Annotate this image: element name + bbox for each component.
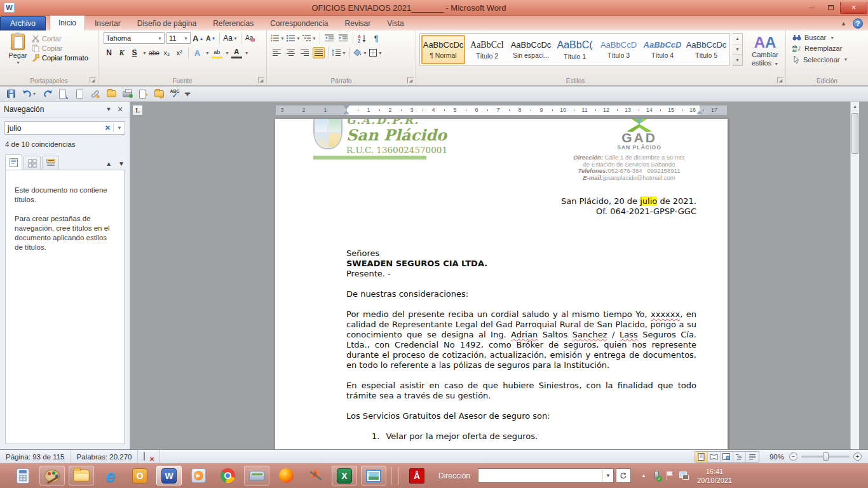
qat-overflow-button[interactable]: ▬▼ xyxy=(185,92,190,97)
restore-button[interactable] xyxy=(822,2,840,14)
shrink-font-button[interactable]: A▼ xyxy=(205,32,216,44)
taskbar-explorer-icon[interactable] xyxy=(69,466,94,485)
save-button[interactable] xyxy=(5,88,17,100)
highlight-color-button[interactable]: ab xyxy=(212,47,222,58)
action-center-flag-icon[interactable] xyxy=(667,471,674,480)
page-indicator[interactable]: Página: 93 de 115 xyxy=(0,450,71,463)
zoom-in-button[interactable]: + xyxy=(853,452,862,461)
change-styles-button[interactable]: AA Cambiar estilos ▼ xyxy=(747,33,783,75)
vertical-scrollbar[interactable]: ▲ xyxy=(850,102,859,449)
shading-button[interactable]: ▼ xyxy=(353,47,367,58)
new-document-button[interactable] xyxy=(74,88,85,100)
underline-button[interactable]: S xyxy=(129,47,140,58)
taskbar-chrome-icon[interactable] xyxy=(215,466,240,485)
grow-font-button[interactable]: A▲ xyxy=(193,32,203,44)
style-sin-espaciado[interactable]: AaBbCcDc Sin espaci... xyxy=(509,35,553,64)
nav-tab-results[interactable] xyxy=(42,156,59,170)
style-titulo4[interactable]: AaBbCcD Título 4 xyxy=(641,35,684,64)
numbering-button[interactable]: ▼ xyxy=(287,32,301,44)
bullets-button[interactable]: ▼ xyxy=(271,32,285,44)
letter-body[interactable]: San Plácido, 20 de julio de 2021. Of. 06… xyxy=(346,196,696,442)
taskbar-word-icon[interactable]: W xyxy=(156,466,182,485)
select-button[interactable]: Seleccionar▼ xyxy=(792,55,865,64)
nav-pane-menu-icon[interactable]: ▼ xyxy=(103,106,114,112)
clear-formatting-button[interactable]: Aa xyxy=(245,32,255,44)
next-result-icon[interactable]: ▼ xyxy=(118,160,125,167)
help-button[interactable]: ? xyxy=(853,18,863,29)
font-color-button[interactable]: A xyxy=(231,47,242,58)
dialog-launcher-icon[interactable]: ◢ xyxy=(90,77,96,83)
zoom-slider[interactable] xyxy=(801,456,850,458)
cut-button[interactable]: Cortar xyxy=(32,35,88,43)
dialog-launcher-icon[interactable]: ◢ xyxy=(777,77,783,83)
minimize-button[interactable]: ─ xyxy=(803,2,822,14)
chevron-down-icon[interactable]: ▼ xyxy=(205,51,210,55)
tab-revisar[interactable]: Revisar xyxy=(337,17,379,30)
close-button[interactable]: × xyxy=(840,2,867,14)
copy-button[interactable]: Copiar xyxy=(32,44,88,52)
tab-inicio[interactable]: Inicio xyxy=(50,15,85,30)
dialog-launcher-icon[interactable]: ◢ xyxy=(258,77,264,83)
undo-button[interactable]: ▼ xyxy=(21,88,37,100)
taskbar-excel-icon[interactable]: X xyxy=(332,466,357,485)
tab-insertar[interactable]: Insertar xyxy=(86,17,129,30)
fullscreen-reading-view-button[interactable] xyxy=(708,452,721,462)
first-line-indent-marker[interactable] xyxy=(343,105,349,109)
gallery-down-icon[interactable]: ▼ xyxy=(733,44,742,55)
taskbar-scanner-icon[interactable] xyxy=(244,466,269,485)
nav-pane-close-icon[interactable]: ✕ xyxy=(114,105,126,114)
justify-button[interactable] xyxy=(313,47,325,58)
find-button[interactable]: Buscar▼ xyxy=(792,34,865,41)
multilevel-list-button[interactable]: ▼ xyxy=(302,32,316,44)
quick-print-button[interactable] xyxy=(121,88,133,100)
tab-stop-selector[interactable]: L xyxy=(132,105,143,116)
taskbar-internet-explorer-icon[interactable]: e xyxy=(98,466,123,485)
taskbar-autocad-icon[interactable]: Å xyxy=(404,466,430,485)
open-button[interactable] xyxy=(105,88,117,100)
tab-diseno[interactable]: Diseño de página xyxy=(129,17,205,30)
attachment-button[interactable] xyxy=(90,88,101,100)
tab-vista[interactable]: Vista xyxy=(379,17,412,30)
tab-archivo[interactable]: Archivo xyxy=(0,16,46,30)
web-layout-view-button[interactable] xyxy=(721,452,733,462)
nav-tab-pages[interactable] xyxy=(24,156,41,170)
gallery-up-icon[interactable]: ▲ xyxy=(733,34,742,44)
text-effects-button[interactable]: A xyxy=(192,47,203,58)
font-size-combo[interactable]: 11▼ xyxy=(166,32,191,44)
redo-button[interactable] xyxy=(42,88,53,100)
taskbar-fire-game-icon[interactable] xyxy=(302,466,328,485)
network-icon[interactable] xyxy=(679,471,689,480)
superscript-button[interactable]: x² xyxy=(174,47,185,58)
style-titulo5[interactable]: AaBbCcDc Título 5 xyxy=(684,35,728,64)
print-layout-view-button[interactable] xyxy=(695,452,708,462)
nav-tab-headings[interactable] xyxy=(5,154,22,170)
zoom-slider-thumb[interactable] xyxy=(823,452,829,461)
style-titulo3[interactable]: AaBbCcD Título 3 xyxy=(597,35,641,64)
address-dropdown-icon[interactable]: ▼ xyxy=(602,468,614,483)
scrollbar-thumb[interactable] xyxy=(851,113,858,154)
strikethrough-button[interactable]: abe xyxy=(149,47,159,58)
right-indent-marker[interactable] xyxy=(696,111,703,114)
outline-view-button[interactable] xyxy=(733,452,746,462)
show-marks-button[interactable]: ¶ xyxy=(370,32,383,44)
subscript-button[interactable]: x₂ xyxy=(161,47,172,58)
collapse-ribbon-icon[interactable]: ▲ xyxy=(841,20,846,27)
style-titulo1[interactable]: AaBbC( Título 1 xyxy=(553,35,597,64)
italic-button[interactable]: K xyxy=(116,47,127,58)
style-titulo2[interactable]: AaBbCcI Título 2 xyxy=(465,35,509,64)
taskbar-media-player-icon[interactable]: ▶ xyxy=(186,466,211,485)
align-right-button[interactable] xyxy=(299,47,311,58)
chevron-down-icon[interactable]: ▼ xyxy=(225,51,229,55)
zoom-out-button[interactable]: − xyxy=(789,452,797,461)
replace-button[interactable]: abac Reemplazar xyxy=(792,44,865,52)
sort-button[interactable]: AZ xyxy=(356,32,369,44)
draft-view-button[interactable] xyxy=(746,452,759,462)
usb-device-icon[interactable]: ✓ xyxy=(652,471,661,481)
nav-search-box[interactable]: julio ✕ ▼ xyxy=(4,121,125,135)
tab-correspondencia[interactable]: Correspondencia xyxy=(262,17,336,30)
chevron-down-icon[interactable]: ▼ xyxy=(142,51,147,55)
word-count[interactable]: Palabras: 20.270 xyxy=(71,450,139,463)
zoom-level[interactable]: 90% xyxy=(770,453,784,461)
paste-button[interactable]: Pegar ▼ xyxy=(4,32,32,75)
hanging-indent-marker[interactable] xyxy=(343,111,349,114)
